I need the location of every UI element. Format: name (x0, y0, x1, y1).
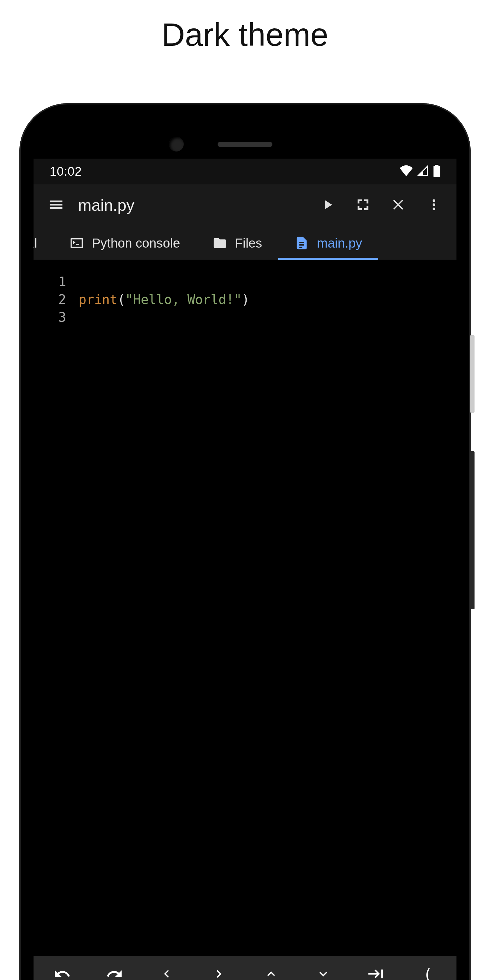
tab-strip[interactable]: al Python console Files (33, 226, 457, 260)
phone-frame: 10:02 (19, 103, 471, 980)
chevron-down-icon (316, 966, 331, 980)
tab-icon (367, 965, 384, 980)
svg-point-0 (433, 199, 435, 202)
paren-key-button[interactable]: ( (402, 956, 454, 980)
hamburger-icon (48, 196, 64, 215)
line-gutter: 1 2 3 (33, 260, 72, 956)
code-area[interactable]: print("Hello, World!") (72, 260, 457, 956)
redo-icon (106, 965, 123, 980)
tab-key-button[interactable] (350, 956, 402, 980)
fullscreen-button[interactable] (347, 189, 379, 221)
signal-icon (417, 165, 429, 178)
app-bar: main.py (33, 185, 457, 226)
file-icon (294, 235, 309, 250)
folder-icon (212, 235, 227, 250)
overflow-button[interactable] (418, 189, 450, 221)
appbar-title: main.py (78, 196, 134, 215)
cursor-right-button[interactable] (193, 956, 245, 980)
line-number: 1 (33, 273, 66, 291)
line-number: 3 (33, 309, 66, 326)
battery-icon (433, 165, 441, 178)
chevron-left-icon (159, 966, 174, 980)
tab-python-console[interactable]: Python console (53, 226, 196, 260)
tab-main-py[interactable]: main.py (278, 226, 378, 260)
app-screen: 10:02 (33, 159, 457, 980)
more-vert-icon (427, 197, 441, 213)
play-icon (320, 197, 335, 214)
phone-power-button (470, 335, 474, 413)
wifi-icon (400, 165, 413, 178)
cursor-down-button[interactable] (297, 956, 350, 980)
status-time: 10:02 (49, 165, 82, 178)
code-line (79, 309, 457, 326)
phone-speaker (218, 142, 272, 147)
tab-label: al (33, 236, 37, 250)
line-number: 2 (33, 291, 66, 309)
chevron-up-icon (263, 966, 279, 980)
svg-point-1 (433, 204, 435, 206)
status-bar: 10:02 (33, 159, 457, 185)
close-button[interactable] (382, 189, 415, 221)
phone-camera (169, 137, 184, 151)
tab-label: Python console (92, 236, 180, 250)
page-caption: Dark theme (0, 16, 490, 53)
tab-label: Files (235, 236, 262, 250)
close-icon (391, 197, 406, 214)
code-editor[interactable]: 1 2 3 print("Hello, World!") (33, 260, 457, 956)
redo-button[interactable] (88, 956, 140, 980)
menu-button[interactable] (40, 189, 72, 221)
phone-volume-button (470, 451, 474, 609)
undo-button[interactable] (36, 956, 88, 980)
paren-char: ( (423, 966, 433, 980)
tab-label: main.py (317, 236, 362, 250)
code-line: print("Hello, World!") (79, 291, 457, 309)
tab-terminal-partial[interactable]: al (33, 226, 53, 260)
svg-point-2 (433, 208, 435, 210)
cursor-left-button[interactable] (140, 956, 193, 980)
cursor-up-button[interactable] (245, 956, 297, 980)
run-button[interactable] (312, 189, 344, 221)
tab-files[interactable]: Files (196, 226, 278, 260)
chevron-right-icon (211, 966, 227, 980)
code-line (79, 273, 457, 291)
undo-icon (54, 965, 71, 980)
console-icon (69, 235, 84, 250)
editor-toolbar: ( (33, 956, 457, 980)
fullscreen-icon (356, 197, 370, 213)
